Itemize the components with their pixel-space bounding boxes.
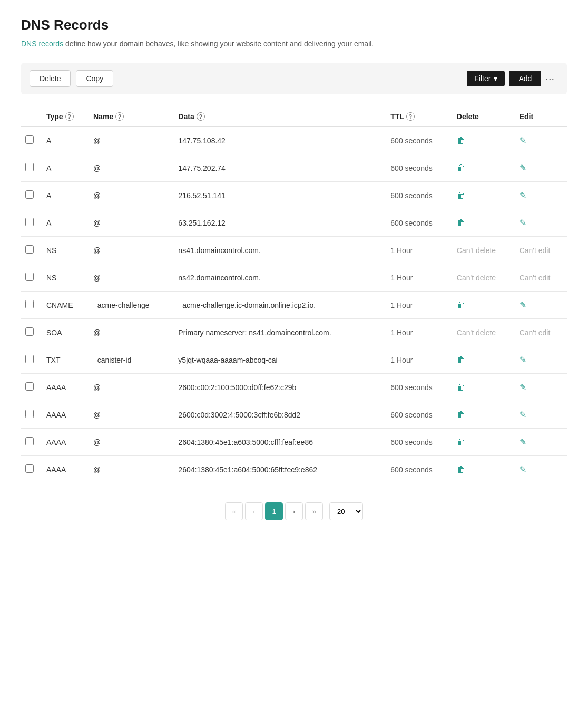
row-data: 216.52.51.141 <box>174 182 386 209</box>
type-header: Type ? <box>42 107 89 127</box>
edit-icon[interactable]: ✎ <box>520 410 526 419</box>
row-type: CNAME <box>42 292 89 319</box>
row-name: @ <box>89 319 174 346</box>
row-checkbox[interactable] <box>25 327 34 336</box>
row-ttl: 600 seconds <box>386 209 453 237</box>
row-checkbox[interactable] <box>25 218 34 226</box>
row-type: NS <box>42 264 89 292</box>
edit-icon[interactable]: ✎ <box>520 465 526 474</box>
more-options-button[interactable]: ··· <box>541 71 558 87</box>
toolbar: Delete Copy Filter ▾ Add ··· <box>21 63 567 94</box>
checkbox-header <box>21 107 42 127</box>
row-checkbox[interactable] <box>25 355 34 363</box>
row-data: 2604:1380:45e1:a603:5000:cfff:feaf:ee86 <box>174 429 386 456</box>
delete-icon[interactable]: 🗑 <box>457 300 465 309</box>
delete-icon[interactable]: 🗑 <box>457 410 465 419</box>
page-size-select[interactable]: 10 20 50 100 <box>329 502 363 520</box>
delete-icon[interactable]: 🗑 <box>457 438 465 447</box>
cant-edit-label: Can't edit <box>515 264 567 292</box>
add-button[interactable]: Add <box>509 71 541 86</box>
delete-icon[interactable]: 🗑 <box>457 465 465 474</box>
edit-icon[interactable]: ✎ <box>520 300 526 309</box>
delete-icon[interactable]: 🗑 <box>457 136 465 145</box>
edit-icon[interactable]: ✎ <box>520 136 526 145</box>
delete-header: Delete <box>453 107 515 127</box>
filter-button[interactable]: Filter ▾ <box>467 71 505 86</box>
cant-edit-label: Can't edit <box>515 319 567 346</box>
ttl-header: TTL ? <box>386 107 453 127</box>
row-checkbox[interactable] <box>25 163 34 171</box>
first-page-button[interactable]: « <box>225 502 243 520</box>
row-checkbox[interactable] <box>25 135 34 144</box>
edit-icon[interactable]: ✎ <box>520 163 526 172</box>
row-type: AAAA <box>42 429 89 456</box>
data-header: Data ? <box>174 107 386 127</box>
table-header: Type ? Name ? Data ? TTL ? <box>21 107 567 127</box>
table-row: A@147.75.202.74600 seconds🗑✎ <box>21 154 567 182</box>
edit-icon[interactable]: ✎ <box>520 218 526 227</box>
dns-records-link[interactable]: DNS records <box>21 40 63 48</box>
row-checkbox[interactable] <box>25 300 34 308</box>
table-row: AAAA@2600:c00:2:100:5000:d0ff:fe62:c29b6… <box>21 374 567 401</box>
edit-header: Edit <box>515 107 567 127</box>
row-checkbox[interactable] <box>25 382 34 391</box>
table-row: NS@ns41.domaincontrol.com.1 HourCan't de… <box>21 237 567 264</box>
delete-icon[interactable]: 🗑 <box>457 355 465 364</box>
row-ttl: 1 Hour <box>386 346 453 374</box>
table-row: AAAA@2604:1380:45e1:a603:5000:cfff:feaf:… <box>21 429 567 456</box>
row-name: @ <box>89 264 174 292</box>
row-ttl: 1 Hour <box>386 237 453 264</box>
table-row: SOA@Primary nameserver: ns41.domaincontr… <box>21 319 567 346</box>
row-data: 2600:c0d:3002:4:5000:3cff:fe6b:8dd2 <box>174 401 386 429</box>
delete-button[interactable]: Delete <box>30 70 71 87</box>
edit-icon[interactable]: ✎ <box>520 355 526 364</box>
row-name: @ <box>89 209 174 237</box>
row-name: @ <box>89 429 174 456</box>
cant-delete-label: Can't delete <box>453 264 515 292</box>
toolbar-left: Delete Copy <box>30 70 467 87</box>
data-info-icon[interactable]: ? <box>197 112 205 121</box>
subtitle: DNS records define how your domain behav… <box>21 40 567 48</box>
row-checkbox[interactable] <box>25 273 34 281</box>
row-name: @ <box>89 127 174 154</box>
page-1-button[interactable]: 1 <box>265 502 283 520</box>
row-type: AAAA <box>42 374 89 401</box>
row-data: 2600:c00:2:100:5000:d0ff:fe62:c29b <box>174 374 386 401</box>
name-info-icon[interactable]: ? <box>115 112 124 121</box>
row-checkbox[interactable] <box>25 190 34 199</box>
edit-icon[interactable]: ✎ <box>520 383 526 392</box>
type-info-icon[interactable]: ? <box>65 112 74 121</box>
row-checkbox[interactable] <box>25 410 34 418</box>
delete-icon[interactable]: 🗑 <box>457 191 465 200</box>
table-row: A@63.251.162.12600 seconds🗑✎ <box>21 209 567 237</box>
next-page-button[interactable]: › <box>285 502 303 520</box>
row-checkbox[interactable] <box>25 464 34 473</box>
row-ttl: 600 seconds <box>386 127 453 154</box>
name-header: Name ? <box>89 107 174 127</box>
prev-page-button[interactable]: ‹ <box>245 502 263 520</box>
table-row: NS@ns42.domaincontrol.com.1 HourCan't de… <box>21 264 567 292</box>
pagination: « ‹ 1 › » 10 20 50 100 <box>21 502 567 520</box>
copy-button[interactable]: Copy <box>76 70 113 87</box>
ttl-info-icon[interactable]: ? <box>406 112 415 121</box>
delete-icon[interactable]: 🗑 <box>457 383 465 392</box>
table-row: TXT_canister-idy5jqt-wqaaa-aaaam-abcoq-c… <box>21 346 567 374</box>
delete-icon[interactable]: 🗑 <box>457 218 465 227</box>
row-data: 2604:1380:45e1:a604:5000:65ff:fec9:e862 <box>174 456 386 483</box>
row-ttl: 600 seconds <box>386 154 453 182</box>
cant-edit-label: Can't edit <box>515 237 567 264</box>
edit-icon[interactable]: ✎ <box>520 191 526 200</box>
row-checkbox[interactable] <box>25 437 34 445</box>
table-row: A@216.52.51.141600 seconds🗑✎ <box>21 182 567 209</box>
row-data: ns42.domaincontrol.com. <box>174 264 386 292</box>
row-name: @ <box>89 401 174 429</box>
row-type: TXT <box>42 346 89 374</box>
row-ttl: 600 seconds <box>386 182 453 209</box>
row-data: y5jqt-wqaaa-aaaam-abcoq-cai <box>174 346 386 374</box>
delete-icon[interactable]: 🗑 <box>457 163 465 172</box>
last-page-button[interactable]: » <box>305 502 323 520</box>
edit-icon[interactable]: ✎ <box>520 438 526 447</box>
row-data: 147.75.108.42 <box>174 127 386 154</box>
row-checkbox[interactable] <box>25 245 34 254</box>
row-name: @ <box>89 182 174 209</box>
